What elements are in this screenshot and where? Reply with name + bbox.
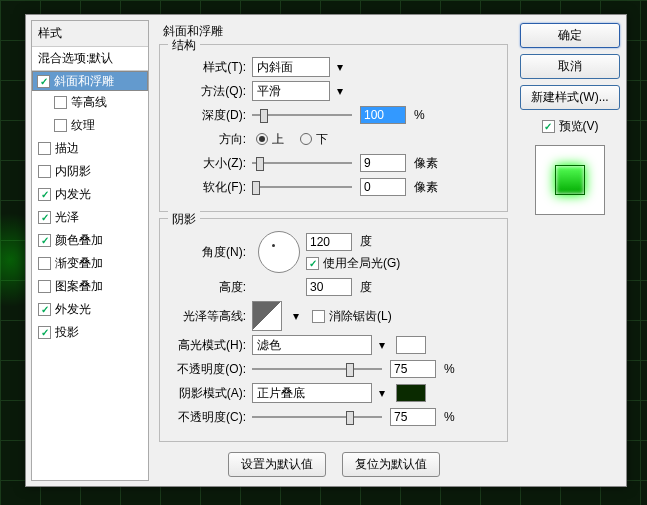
panel-title: 斜面和浮雕 [159,23,508,40]
antialias-checkbox[interactable] [312,310,325,323]
preview-thumbnail [535,145,605,215]
shadow-group: 阴影 角度(N): 120度 使用全局光(G) 高度:30度 光泽等高线:▾消除… [159,218,508,442]
shadow-mode-select[interactable]: 正片叠底 [252,383,372,403]
blend-options-item[interactable]: 混合选项:默认 [32,47,148,71]
angle-label: 角度(N): [170,244,252,261]
depth-input[interactable]: 100 [360,106,406,124]
global-light-checkbox[interactable] [306,257,319,270]
size-slider[interactable] [252,154,352,172]
soften-input[interactable]: 0 [360,178,406,196]
highlight-color-swatch[interactable] [396,336,426,354]
default-buttons-row: 设置为默认值 复位为默认值 [159,452,508,477]
shadow-opacity-label: 不透明度(C): [170,409,252,426]
direction-down-radio[interactable] [300,133,312,145]
checkbox-icon[interactable] [54,119,67,132]
highlight-opacity-label: 不透明度(O): [170,361,252,378]
checkbox-icon[interactable] [38,165,51,178]
checkbox-icon[interactable] [38,142,51,155]
soften-slider[interactable] [252,178,352,196]
sidebar-item-bevel[interactable]: 斜面和浮雕 [32,71,148,91]
layer-style-dialog: 样式 混合选项:默认 斜面和浮雕 等高线 纹理 描边 内阴影 内发光 光泽 颜色… [25,14,627,487]
sidebar-item-drop-shadow[interactable]: 投影 [32,321,148,344]
checkbox-icon[interactable] [38,303,51,316]
size-input[interactable]: 9 [360,154,406,172]
depth-slider[interactable] [252,106,352,124]
dropdown-icon[interactable]: ▾ [374,336,390,354]
checkbox-icon[interactable] [38,326,51,339]
new-style-button[interactable]: 新建样式(W)... [520,85,620,110]
preview-checkbox-row[interactable]: 预览(V) [542,118,599,135]
soften-label: 软化(F): [170,179,252,196]
direction-label: 方向: [170,131,252,148]
checkbox-icon[interactable] [38,234,51,247]
sidebar-item-inner-glow[interactable]: 内发光 [32,183,148,206]
style-list-header: 样式 [32,21,148,47]
sidebar-item-gradient-overlay[interactable]: 渐变叠加 [32,252,148,275]
sidebar-item-satin[interactable]: 光泽 [32,206,148,229]
main-settings-panel: 斜面和浮雕 结构 样式(T):内斜面▾ 方法(Q):平滑▾ 深度(D):100%… [149,15,518,486]
ok-button[interactable]: 确定 [520,23,620,48]
highlight-mode-select[interactable]: 滤色 [252,335,372,355]
sidebar-item-contour[interactable]: 等高线 [32,91,148,114]
angle-input[interactable]: 120 [306,233,352,251]
sidebar-item-color-overlay[interactable]: 颜色叠加 [32,229,148,252]
sidebar-item-outer-glow[interactable]: 外发光 [32,298,148,321]
highlight-opacity-input[interactable]: 75 [390,360,436,378]
checkbox-icon[interactable] [37,75,50,88]
sidebar-item-stroke[interactable]: 描边 [32,137,148,160]
sidebar-item-inner-shadow[interactable]: 内阴影 [32,160,148,183]
highlight-mode-label: 高光模式(H): [170,337,252,354]
reset-default-button[interactable]: 复位为默认值 [342,452,440,477]
angle-wheel[interactable] [258,231,300,273]
structure-group: 结构 样式(T):内斜面▾ 方法(Q):平滑▾ 深度(D):100% 方向:上下… [159,44,508,212]
shadow-opacity-slider[interactable] [252,408,382,426]
checkbox-icon[interactable] [38,211,51,224]
style-list-panel: 样式 混合选项:默认 斜面和浮雕 等高线 纹理 描边 内阴影 内发光 光泽 颜色… [31,20,149,481]
shadow-mode-label: 阴影模式(A): [170,385,252,402]
shadow-opacity-input[interactable]: 75 [390,408,436,426]
style-select[interactable]: 内斜面 [252,57,330,77]
altitude-input[interactable]: 30 [306,278,352,296]
depth-label: 深度(D): [170,107,252,124]
method-label: 方法(Q): [170,83,252,100]
dropdown-icon[interactable]: ▾ [332,82,348,100]
shadow-color-swatch[interactable] [396,384,426,402]
preview-checkbox[interactable] [542,120,555,133]
set-default-button[interactable]: 设置为默认值 [228,452,326,477]
dropdown-icon[interactable]: ▾ [332,58,348,76]
altitude-label: 高度: [170,279,252,296]
checkbox-icon[interactable] [38,280,51,293]
checkbox-icon[interactable] [38,188,51,201]
gloss-contour-picker[interactable] [252,301,282,331]
dropdown-icon[interactable]: ▾ [288,307,304,325]
sidebar-item-texture[interactable]: 纹理 [32,114,148,137]
checkbox-icon[interactable] [38,257,51,270]
preview-swatch-icon [555,165,585,195]
checkbox-icon[interactable] [54,96,67,109]
cancel-button[interactable]: 取消 [520,54,620,79]
size-label: 大小(Z): [170,155,252,172]
highlight-opacity-slider[interactable] [252,360,382,378]
side-button-panel: 确定 取消 新建样式(W)... 预览(V) [518,15,626,486]
gloss-contour-label: 光泽等高线: [170,308,252,325]
method-select[interactable]: 平滑 [252,81,330,101]
style-label: 样式(T): [170,59,252,76]
sidebar-item-pattern-overlay[interactable]: 图案叠加 [32,275,148,298]
dropdown-icon[interactable]: ▾ [374,384,390,402]
direction-up-radio[interactable] [256,133,268,145]
